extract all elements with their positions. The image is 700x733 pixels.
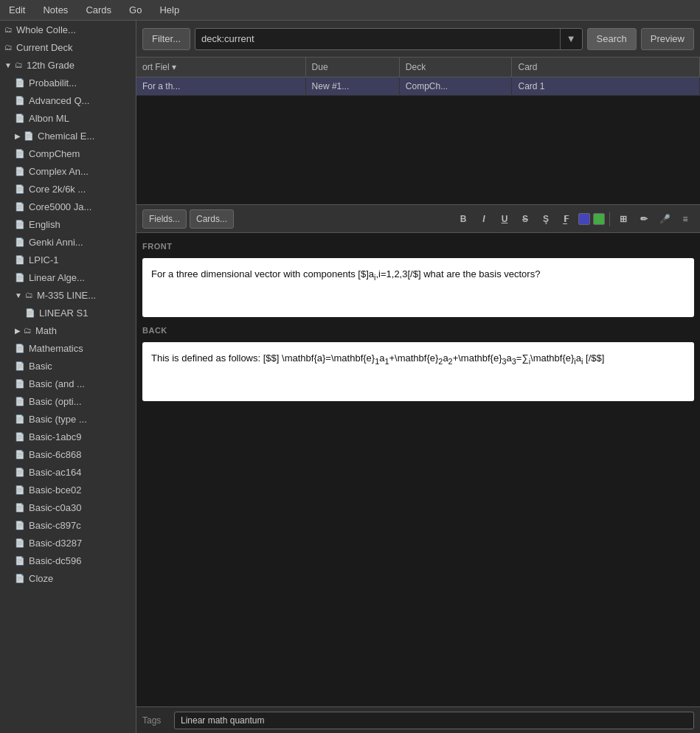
deck-icon: 🗂: [4, 43, 13, 52]
sidebar-item-english[interactable]: 📄 English: [0, 215, 136, 233]
sidebar-item-basic-ac164[interactable]: 📄 Basic-ac164: [0, 463, 136, 481]
sidebar-item-basic-6c868[interactable]: 📄 Basic-6c868: [0, 445, 136, 463]
note-icon: 📄: [15, 379, 25, 389]
sidebar-item-label: Core5000 Ja...: [29, 201, 91, 212]
sidebar-item-label: M-335 LINE...: [37, 290, 96, 301]
table-header-row: ort Fiel ▾ Due Deck Card: [136, 58, 700, 77]
sidebar-item-label: Basic-c0a30: [29, 502, 82, 513]
custom-format-button[interactable]: F̲: [558, 210, 575, 228]
sidebar-item-12th-grade[interactable]: ▼ 🗂 12th Grade: [0, 56, 136, 74]
sidebar-item-linear-alge[interactable]: 📄 Linear Alge...: [0, 268, 136, 286]
note-icon: 📄: [15, 237, 25, 247]
deck-icon: 🗂: [4, 25, 13, 34]
filter-input[interactable]: [195, 30, 560, 47]
sidebar-item-basic[interactable]: 📄 Basic: [0, 357, 136, 375]
sidebar-item-basic-c0a30[interactable]: 📄 Basic-c0a30: [0, 498, 136, 516]
note-icon: 📄: [15, 114, 25, 123]
col-deck[interactable]: Deck: [399, 58, 512, 77]
col-card[interactable]: Card: [512, 58, 700, 77]
tags-label: Tags: [142, 715, 168, 726]
sidebar-item-mathematics[interactable]: 📄 Mathematics: [0, 339, 136, 357]
note-icon: 📄: [15, 485, 25, 495]
sidebar-item-basic-1abc9[interactable]: 📄 Basic-1abc9: [0, 428, 136, 445]
sidebar-item-current-deck[interactable]: 🗂 Current Deck: [0, 38, 136, 56]
sidebar-item-complex-an[interactable]: 📄 Complex An...: [0, 162, 136, 180]
preview-button[interactable]: Preview: [641, 28, 694, 50]
dropdown-arrow-icon[interactable]: ▼: [560, 29, 582, 49]
note-icon: 📄: [15, 184, 25, 194]
sidebar-item-label: Core 2k/6k ...: [29, 184, 86, 195]
sidebar-item-label: Genki Anni...: [29, 237, 83, 248]
sidebar-item-cloze[interactable]: 📄 Cloze: [0, 569, 136, 587]
note-icon: 📄: [15, 167, 25, 176]
menu-edit[interactable]: Edit: [6, 3, 28, 17]
menu-cards[interactable]: Cards: [83, 3, 114, 17]
toolbar: Filter... ▼ Search Preview: [136, 21, 700, 58]
italic-button[interactable]: I: [475, 210, 493, 228]
sidebar-item-compchem[interactable]: 📄 CompChem: [0, 145, 136, 162]
sidebar-item-label: Linear Alge...: [29, 272, 85, 283]
toolbar-separator: [609, 212, 610, 226]
sidebar-item-basic-opti[interactable]: 📄 Basic (opti...: [0, 392, 136, 410]
sidebar-item-linear-s1[interactable]: 📄 LINEAR S1: [0, 304, 136, 322]
sidebar-item-basic-bce02[interactable]: 📄 Basic-bce02: [0, 481, 136, 498]
edit-button[interactable]: ✏: [635, 210, 653, 228]
sidebar-item-label: Mathematics: [29, 343, 83, 354]
sidebar-item-math[interactable]: ▶ 🗂 Math: [0, 322, 136, 339]
strikethrough-button[interactable]: S: [516, 210, 534, 228]
sidebar-item-lpic1[interactable]: 📄 LPIC-1: [0, 251, 136, 268]
bold-button[interactable]: B: [454, 210, 472, 228]
sidebar-item-basic-d3287[interactable]: 📄 Basic-d3287: [0, 534, 136, 552]
front-content[interactable]: For a three dimensional vector with comp…: [142, 258, 694, 317]
sidebar-item-probabilit[interactable]: 📄 Probabilit...: [0, 74, 136, 91]
tags-input[interactable]: [174, 712, 694, 729]
content-area: Filter... ▼ Search Preview ort Fiel ▾ Du…: [136, 21, 700, 733]
sidebar-item-whole-collection[interactable]: 🗂 Whole Colle...: [0, 21, 136, 38]
filter-input-container: ▼: [195, 28, 583, 50]
color-swatch-1[interactable]: [578, 213, 590, 225]
expand-arrow-icon: ▶: [15, 132, 21, 140]
deck-icon: 🗂: [24, 326, 32, 335]
cards-button[interactable]: Cards...: [190, 209, 234, 229]
sidebar-item-label: LPIC-1: [29, 254, 58, 265]
sidebar-item-basic-dc596[interactable]: 📄 Basic-dc596: [0, 552, 136, 569]
sidebar-item-label: LINEAR S1: [39, 308, 88, 319]
sidebar-item-basic-and[interactable]: 📄 Basic (and ...: [0, 375, 136, 392]
underline-button[interactable]: U: [496, 210, 513, 228]
table-row[interactable]: For a th... New #1... CompCh... Card 1: [136, 77, 700, 96]
note-icon: 📄: [15, 450, 25, 459]
col-due[interactable]: Due: [305, 58, 399, 77]
note-icon: 📄: [15, 432, 25, 442]
sidebar-item-albon-ml[interactable]: 📄 Albon ML: [0, 109, 136, 127]
table-button[interactable]: ⊞: [614, 210, 632, 228]
sidebar-item-label: Advanced Q...: [29, 95, 89, 106]
note-icon: 📄: [15, 96, 25, 105]
sidebar-item-label: Basic: [29, 361, 52, 372]
sidebar-item-chemical-e[interactable]: ▶ 📄 Chemical E...: [0, 127, 136, 145]
mic-button[interactable]: 🎤: [656, 210, 673, 228]
cell-due: New #1...: [305, 77, 399, 96]
filter-button[interactable]: Filter...: [142, 28, 190, 50]
sidebar-item-advanced-q[interactable]: 📄 Advanced Q...: [0, 91, 136, 109]
col-sort-field[interactable]: ort Fiel ▾: [136, 58, 305, 77]
note-icon: 📄: [15, 344, 25, 353]
sidebar-item-m335[interactable]: ▼ 🗂 M-335 LINE...: [0, 286, 136, 304]
color-swatch-2[interactable]: [593, 213, 605, 225]
sidebar-item-label: 12th Grade: [27, 60, 74, 71]
note-icon: 📄: [15, 556, 25, 566]
sidebar-item-basic-c897c[interactable]: 📄 Basic-c897c: [0, 516, 136, 534]
sidebar-item-label: Cloze: [29, 573, 53, 584]
fields-button[interactable]: Fields...: [142, 209, 187, 229]
sidebar-item-core-2k[interactable]: 📄 Core 2k/6k ...: [0, 180, 136, 198]
sidebar-item-basic-type[interactable]: 📄 Basic (type ...: [0, 410, 136, 428]
sidebar-item-genki[interactable]: 📄 Genki Anni...: [0, 233, 136, 251]
note-icon: 📄: [15, 255, 25, 265]
subscript-button[interactable]: Ş: [537, 210, 555, 228]
search-button[interactable]: Search: [587, 28, 637, 50]
menu-help[interactable]: Help: [156, 3, 182, 17]
back-content[interactable]: This is defined as follows: [$$] \mathbf…: [142, 342, 694, 401]
menu-go[interactable]: Go: [126, 3, 145, 17]
menu-button[interactable]: ≡: [676, 210, 694, 228]
menu-notes[interactable]: Notes: [40, 3, 71, 17]
sidebar-item-core5000[interactable]: 📄 Core5000 Ja...: [0, 198, 136, 215]
